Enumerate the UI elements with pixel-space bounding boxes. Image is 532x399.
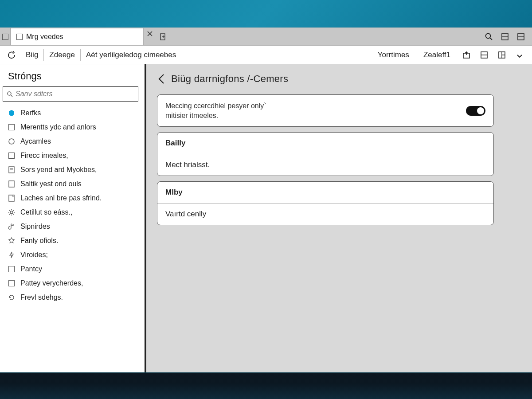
toolbar-item-3[interactable]: Aét yerlilgeledog cimeebes (81, 46, 181, 64)
tab-pre-icon[interactable] (0, 28, 11, 45)
tab-bar: Mrg veedes (0, 28, 532, 46)
more-icon[interactable] (514, 50, 525, 60)
toolbar-item-1[interactable]: Biig (20, 46, 43, 64)
note-icon (7, 222, 16, 231)
square-icon (7, 265, 16, 274)
svg-point-1 (486, 33, 491, 38)
card-group-1: Bailly Mect hrialsst. (157, 132, 494, 176)
sidebar-item-label: Merentts ydc and anlors (20, 123, 96, 131)
card-toggle: Meccing ccercdhiel pesyer only` mitisier… (157, 94, 494, 127)
card-group-2: Mlby Vaırtd cenlly (157, 181, 494, 225)
gear-icon (7, 208, 16, 217)
sidebar-item-label: Sipnirdes (20, 223, 50, 231)
sidebar-item-label: Laches anl bre pas sfrind. (20, 194, 102, 202)
circle-icon (7, 137, 16, 146)
search-small-icon (7, 91, 13, 97)
doc2-icon (7, 180, 16, 188)
svg-rect-17 (9, 181, 14, 187)
sidebar-item-label: Sors yend ard Myokbes, (20, 166, 97, 174)
card1-head[interactable]: Bailly (157, 133, 493, 154)
toolbar-right-2[interactable]: Zealeff1 (420, 51, 454, 59)
sidebar-item-2[interactable]: Aycamles (0, 134, 145, 149)
sidebar-item-label: Frevl sdehgs. (20, 293, 63, 301)
sidebar-item-13[interactable]: Frevl sdehgs. (0, 290, 145, 305)
star-icon (7, 236, 16, 245)
sidebar-item-4[interactable]: Sors yend ard Myokbes, (0, 163, 145, 177)
sidebar-item-label: Rerfks (20, 109, 41, 117)
sidebar: Stróngs Rerfks Merentts ydc and anlors A… (0, 64, 146, 372)
back-button[interactable] (4, 51, 20, 59)
search-icon[interactable] (484, 32, 494, 42)
toggle-description: Meccing ccercdhiel pesyer only` mitisier… (165, 101, 266, 120)
browser-tab[interactable]: Mrg veedes (11, 28, 144, 45)
card2-head[interactable]: Mlby (157, 182, 493, 203)
layout-icon[interactable] (497, 50, 507, 60)
page-icon (16, 34, 23, 40)
sidebar-item-7[interactable]: Cetillut so eáss., (0, 205, 145, 219)
toolbar-right-1[interactable]: Yorrtimes (374, 51, 413, 59)
card1-row[interactable]: Mect hrialsst. (157, 154, 493, 176)
card2-row[interactable]: Vaırtd cenlly (157, 203, 493, 225)
main-title: Biüg darrnigfons /-Cemers (171, 73, 288, 85)
svg-point-19 (10, 211, 13, 214)
sidebar-item-10[interactable]: Viroides; (0, 248, 145, 262)
doc-icon (7, 165, 16, 174)
export-icon[interactable] (461, 50, 472, 60)
svg-rect-18 (9, 195, 14, 201)
panel-icon[interactable] (500, 32, 510, 42)
tab-close-button[interactable] (144, 28, 155, 39)
main-back-button[interactable] (157, 73, 167, 85)
sidebar-item-0[interactable]: Rerfks (0, 106, 145, 120)
sidebar-item-label: Aycamles (20, 137, 51, 145)
square-icon (7, 151, 16, 160)
svg-point-12 (8, 92, 11, 95)
tab-title: Mrg veedes (26, 33, 138, 41)
sidebar-item-11[interactable]: Pantcy (0, 262, 145, 276)
sidebar-item-label: Pattey verycherdes, (20, 279, 83, 287)
sidebar-item-5[interactable]: Saltik yest ond ouls (0, 177, 145, 191)
svg-point-13 (9, 139, 14, 144)
grid-icon[interactable] (479, 50, 489, 60)
sidebar-item-6[interactable]: Laches anl bre pas sfrind. (0, 191, 145, 205)
main-panel: Biüg darrnigfons /-Cemers Meccing ccercd… (146, 64, 532, 372)
refresh-icon (7, 293, 16, 302)
new-tab-button[interactable] (155, 28, 172, 45)
sidebar-item-1[interactable]: Merentts ydc and anlors (0, 120, 145, 134)
sidebar-search-input[interactable] (16, 90, 134, 98)
sidebar-item-label: Viroides; (20, 251, 48, 259)
sidebar-item-8[interactable]: Sipnirdes (0, 219, 145, 234)
sidebar-item-12[interactable]: Pattey verycherdes, (0, 276, 145, 290)
browser-window: Mrg veedes (0, 27, 532, 372)
square-icon (7, 279, 16, 288)
page-icon (7, 194, 16, 203)
sidebar-item-label: Saltik yest ond ouls (20, 180, 82, 188)
sidebar-item-label: Pantcy (20, 265, 42, 273)
panel2-icon[interactable] (516, 32, 526, 42)
bolt-icon (7, 250, 16, 259)
sidebar-item-9[interactable]: Fanly ofiols. (0, 234, 145, 248)
sidebar-title: Stróngs (0, 70, 145, 86)
toolbar: Biig Zdeege Aét yerlilgeledog cimeebes Y… (0, 46, 532, 64)
shield-icon (7, 109, 16, 117)
sidebar-search[interactable] (3, 86, 138, 102)
taskbar[interactable] (0, 372, 532, 399)
sidebar-item-label: Cetillut so eáss., (20, 208, 72, 216)
toolbar-item-2[interactable]: Zdeege (44, 46, 80, 64)
square-icon (7, 123, 16, 132)
toggle-switch[interactable] (466, 106, 485, 116)
sidebar-item-label: Fanly ofiols. (20, 237, 58, 245)
sidebar-list: Rerfks Merentts ydc and anlors Aycamles … (0, 106, 145, 305)
sidebar-item-3[interactable]: Firecc imeales, (0, 149, 145, 163)
sidebar-item-label: Firecc imeales, (20, 152, 68, 160)
